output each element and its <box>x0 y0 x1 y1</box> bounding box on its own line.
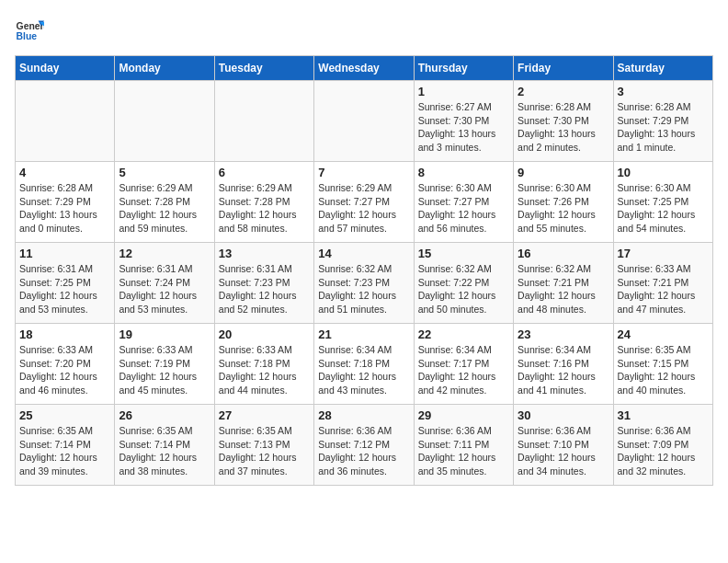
day-info: Sunrise: 6:33 AMSunset: 7:18 PMDaylight:… <box>219 343 310 397</box>
day-info: Sunrise: 6:33 AMSunset: 7:21 PMDaylight:… <box>618 262 709 316</box>
calendar-cell: 2Sunrise: 6:28 AMSunset: 7:30 PMDaylight… <box>514 81 613 162</box>
calendar-cell <box>214 81 313 162</box>
calendar-cell: 11Sunrise: 6:31 AMSunset: 7:25 PMDayligh… <box>16 243 115 324</box>
day-of-week-header: Tuesday <box>214 56 313 81</box>
calendar-cell: 26Sunrise: 6:35 AMSunset: 7:14 PMDayligh… <box>115 405 214 486</box>
day-info: Sunrise: 6:27 AMSunset: 7:30 PMDaylight:… <box>418 100 509 155</box>
day-number: 22 <box>418 327 509 341</box>
day-number: 17 <box>618 247 709 260</box>
day-info: Sunrise: 6:30 AMSunset: 7:27 PMDaylight:… <box>418 181 509 236</box>
day-info: Sunrise: 6:31 AMSunset: 7:25 PMDaylight:… <box>19 262 110 316</box>
calendar-cell: 12Sunrise: 6:31 AMSunset: 7:24 PMDayligh… <box>115 243 214 324</box>
day-info: Sunrise: 6:32 AMSunset: 7:23 PMDaylight:… <box>318 262 409 316</box>
calendar-week-row: 11Sunrise: 6:31 AMSunset: 7:25 PMDayligh… <box>16 243 713 324</box>
day-number: 16 <box>518 247 609 260</box>
day-info: Sunrise: 6:29 AMSunset: 7:28 PMDaylight:… <box>219 181 310 236</box>
day-info: Sunrise: 6:34 AMSunset: 7:18 PMDaylight:… <box>318 343 409 397</box>
day-number: 1 <box>418 85 509 98</box>
day-info: Sunrise: 6:28 AMSunset: 7:29 PMDaylight:… <box>19 181 110 236</box>
calendar-cell: 14Sunrise: 6:32 AMSunset: 7:23 PMDayligh… <box>314 243 414 324</box>
day-of-week-header: Sunday <box>16 56 115 81</box>
day-number: 3 <box>618 85 709 98</box>
day-of-week-header: Friday <box>514 56 613 81</box>
logo: General Blue <box>15 15 48 44</box>
day-info: Sunrise: 6:30 AMSunset: 7:26 PMDaylight:… <box>518 181 609 236</box>
calendar-cell: 25Sunrise: 6:35 AMSunset: 7:14 PMDayligh… <box>16 405 115 486</box>
page-header: General Blue <box>15 15 713 44</box>
day-info: Sunrise: 6:34 AMSunset: 7:17 PMDaylight:… <box>418 343 509 397</box>
calendar-cell: 22Sunrise: 6:34 AMSunset: 7:17 PMDayligh… <box>414 324 513 405</box>
logo-icon: General Blue <box>15 15 44 44</box>
calendar-cell: 17Sunrise: 6:33 AMSunset: 7:21 PMDayligh… <box>613 243 712 324</box>
calendar-cell: 4Sunrise: 6:28 AMSunset: 7:29 PMDaylight… <box>16 162 115 243</box>
day-number: 7 <box>318 166 409 179</box>
calendar-cell: 23Sunrise: 6:34 AMSunset: 7:16 PMDayligh… <box>514 324 613 405</box>
day-number: 28 <box>318 408 409 422</box>
day-number: 31 <box>618 408 709 422</box>
day-of-week-header: Wednesday <box>314 56 414 81</box>
day-number: 12 <box>119 247 210 260</box>
day-number: 11 <box>19 247 110 260</box>
day-number: 21 <box>318 327 409 341</box>
calendar-cell: 8Sunrise: 6:30 AMSunset: 7:27 PMDaylight… <box>414 162 513 243</box>
day-info: Sunrise: 6:33 AMSunset: 7:20 PMDaylight:… <box>19 343 110 397</box>
day-of-week-header: Saturday <box>613 56 712 81</box>
calendar-cell: 7Sunrise: 6:29 AMSunset: 7:27 PMDaylight… <box>314 162 414 243</box>
day-info: Sunrise: 6:29 AMSunset: 7:28 PMDaylight:… <box>119 181 210 236</box>
calendar-cell: 29Sunrise: 6:36 AMSunset: 7:11 PMDayligh… <box>414 405 513 486</box>
day-info: Sunrise: 6:32 AMSunset: 7:22 PMDaylight:… <box>418 262 509 316</box>
calendar-cell: 5Sunrise: 6:29 AMSunset: 7:28 PMDaylight… <box>115 162 214 243</box>
day-number: 9 <box>518 166 609 179</box>
calendar-week-row: 1Sunrise: 6:27 AMSunset: 7:30 PMDaylight… <box>16 81 713 162</box>
day-number: 26 <box>119 408 210 422</box>
calendar-cell: 10Sunrise: 6:30 AMSunset: 7:25 PMDayligh… <box>613 162 712 243</box>
day-number: 8 <box>418 166 509 179</box>
calendar-week-row: 18Sunrise: 6:33 AMSunset: 7:20 PMDayligh… <box>16 324 713 405</box>
calendar-week-row: 4Sunrise: 6:28 AMSunset: 7:29 PMDaylight… <box>16 162 713 243</box>
day-info: Sunrise: 6:36 AMSunset: 7:12 PMDaylight:… <box>318 424 409 478</box>
day-info: Sunrise: 6:28 AMSunset: 7:29 PMDaylight:… <box>618 100 709 155</box>
day-info: Sunrise: 6:34 AMSunset: 7:16 PMDaylight:… <box>518 343 609 397</box>
day-of-week-header: Monday <box>115 56 214 81</box>
day-info: Sunrise: 6:35 AMSunset: 7:14 PMDaylight:… <box>119 424 210 478</box>
calendar-cell: 24Sunrise: 6:35 AMSunset: 7:15 PMDayligh… <box>613 324 712 405</box>
day-number: 25 <box>19 408 110 422</box>
day-number: 2 <box>518 85 609 98</box>
calendar-cell <box>115 81 214 162</box>
day-number: 23 <box>518 327 609 341</box>
day-number: 10 <box>618 166 709 179</box>
calendar-cell: 27Sunrise: 6:35 AMSunset: 7:13 PMDayligh… <box>214 405 313 486</box>
calendar-header-row: SundayMondayTuesdayWednesdayThursdayFrid… <box>16 56 713 81</box>
day-info: Sunrise: 6:29 AMSunset: 7:27 PMDaylight:… <box>318 181 409 236</box>
svg-text:Blue: Blue <box>17 31 38 41</box>
calendar-cell: 13Sunrise: 6:31 AMSunset: 7:23 PMDayligh… <box>214 243 313 324</box>
day-info: Sunrise: 6:30 AMSunset: 7:25 PMDaylight:… <box>618 181 709 236</box>
day-info: Sunrise: 6:35 AMSunset: 7:13 PMDaylight:… <box>219 424 310 478</box>
calendar-cell: 18Sunrise: 6:33 AMSunset: 7:20 PMDayligh… <box>16 324 115 405</box>
calendar-cell <box>314 81 414 162</box>
calendar-cell: 19Sunrise: 6:33 AMSunset: 7:19 PMDayligh… <box>115 324 214 405</box>
calendar-cell: 31Sunrise: 6:36 AMSunset: 7:09 PMDayligh… <box>613 405 712 486</box>
day-number: 6 <box>219 166 310 179</box>
day-number: 5 <box>119 166 210 179</box>
day-info: Sunrise: 6:32 AMSunset: 7:21 PMDaylight:… <box>518 262 609 316</box>
day-of-week-header: Thursday <box>414 56 513 81</box>
calendar-cell: 16Sunrise: 6:32 AMSunset: 7:21 PMDayligh… <box>514 243 613 324</box>
day-number: 29 <box>418 408 509 422</box>
calendar-cell: 21Sunrise: 6:34 AMSunset: 7:18 PMDayligh… <box>314 324 414 405</box>
calendar-cell: 28Sunrise: 6:36 AMSunset: 7:12 PMDayligh… <box>314 405 414 486</box>
day-number: 19 <box>119 327 210 341</box>
day-number: 14 <box>318 247 409 260</box>
calendar-cell: 15Sunrise: 6:32 AMSunset: 7:22 PMDayligh… <box>414 243 513 324</box>
day-number: 27 <box>219 408 310 422</box>
day-info: Sunrise: 6:28 AMSunset: 7:30 PMDaylight:… <box>518 100 609 155</box>
day-number: 13 <box>219 247 310 260</box>
day-info: Sunrise: 6:35 AMSunset: 7:15 PMDaylight:… <box>618 343 709 397</box>
day-info: Sunrise: 6:33 AMSunset: 7:19 PMDaylight:… <box>119 343 210 397</box>
day-info: Sunrise: 6:31 AMSunset: 7:23 PMDaylight:… <box>219 262 310 316</box>
calendar-week-row: 25Sunrise: 6:35 AMSunset: 7:14 PMDayligh… <box>16 405 713 486</box>
calendar-cell <box>16 81 115 162</box>
day-info: Sunrise: 6:31 AMSunset: 7:24 PMDaylight:… <box>119 262 210 316</box>
calendar-cell: 9Sunrise: 6:30 AMSunset: 7:26 PMDaylight… <box>514 162 613 243</box>
calendar-cell: 20Sunrise: 6:33 AMSunset: 7:18 PMDayligh… <box>214 324 313 405</box>
